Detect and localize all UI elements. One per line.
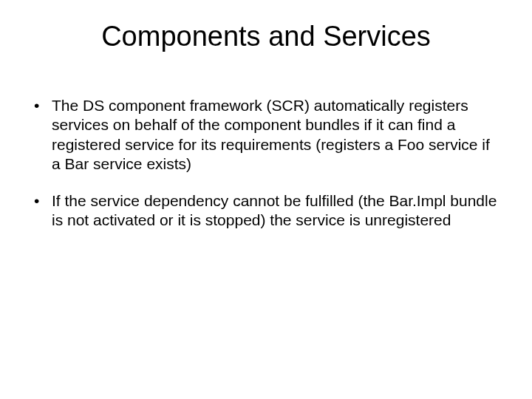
slide-title: Components and Services [0,21,532,52]
bullet-list: The DS component framework (SCR) automat… [30,96,502,231]
slide: Components and Services The DS component… [0,0,532,399]
list-item: If the service dependency cannot be fulf… [30,191,502,231]
list-item: The DS component framework (SCR) automat… [30,96,502,174]
slide-body: The DS component framework (SCR) automat… [30,96,502,248]
